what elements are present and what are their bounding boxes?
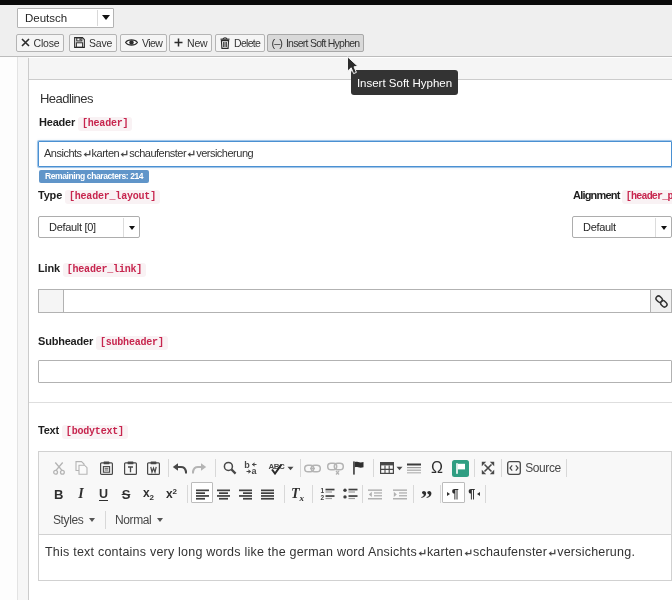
- svg-text:b: b: [244, 461, 250, 470]
- svg-text:a: a: [252, 466, 258, 475]
- svg-text:2: 2: [321, 494, 325, 500]
- svg-text:ABC: ABC: [269, 462, 286, 471]
